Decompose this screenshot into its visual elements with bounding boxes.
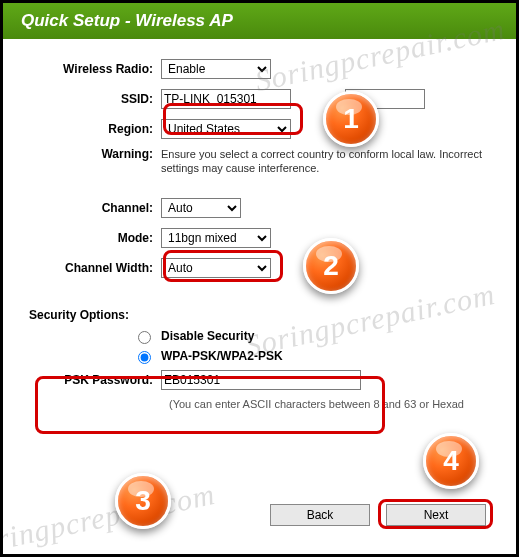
content-area: Wireless Radio: Enable SSID: Region: Uni… [3, 39, 516, 410]
psk-password-input[interactable] [161, 370, 361, 390]
mode-select[interactable]: 11bgn mixed [161, 228, 271, 248]
channel-select[interactable]: Auto [161, 198, 241, 218]
region-select[interactable]: United States [161, 119, 291, 139]
app-frame: Quick Setup - Wireless AP Wireless Radio… [0, 0, 519, 557]
label-channel-width: Channel Width: [21, 261, 161, 275]
badge-4: 4 [423, 433, 479, 489]
channel-width-select[interactable]: Auto [161, 258, 271, 278]
warning-text: Ensure you select a correct country to c… [161, 147, 498, 176]
label-psk-password: PSK Password: [21, 373, 161, 387]
label-security-options: Security Options: [29, 308, 498, 322]
ssid-extra-input[interactable] [345, 89, 425, 109]
radio-wpa-psk[interactable] [138, 351, 151, 364]
back-button[interactable]: Back [270, 504, 370, 526]
ssid-input[interactable] [161, 89, 291, 109]
psk-hint-text: (You can enter ASCII characters between … [169, 398, 498, 410]
radio-disable-security[interactable] [138, 331, 151, 344]
label-channel: Channel: [21, 201, 161, 215]
badge-3: 3 [115, 473, 171, 529]
wireless-radio-select[interactable]: Enable [161, 59, 271, 79]
label-region: Region: [21, 122, 161, 136]
watermark-bottom: Soringpcrepair.com [0, 477, 218, 557]
label-warning: Warning: [21, 147, 161, 161]
label-wireless-radio: Wireless Radio: [21, 62, 161, 76]
page-title: Quick Setup - Wireless AP [3, 3, 516, 39]
button-bar: Back Next [270, 504, 486, 526]
label-mode: Mode: [21, 231, 161, 245]
label-wpa-psk: WPA-PSK/WPA2-PSK [161, 349, 283, 363]
label-disable-security: Disable Security [161, 329, 254, 343]
next-button[interactable]: Next [386, 504, 486, 526]
label-ssid: SSID: [21, 92, 161, 106]
